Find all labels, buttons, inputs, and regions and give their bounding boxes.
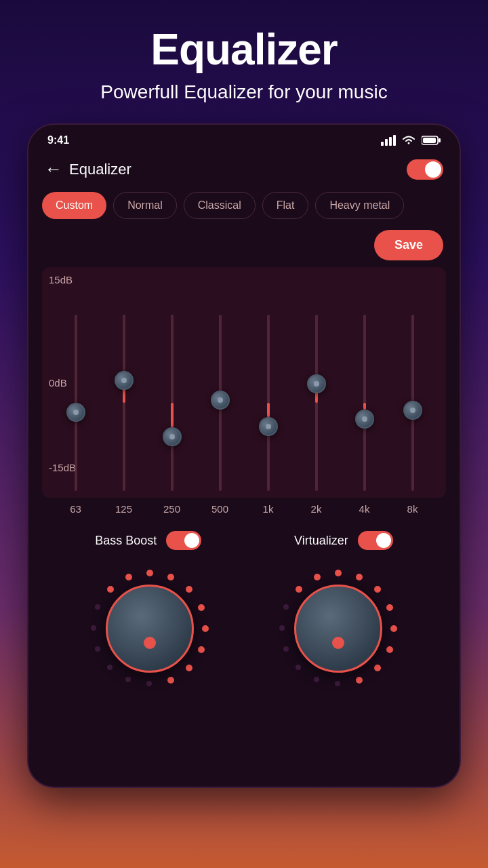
status-icons — [381, 135, 441, 146]
eq-area: 15dB 0dB -15dB 631252505001k2k4k8k — [28, 267, 460, 515]
dial-body — [294, 585, 382, 673]
svg-rect-1 — [385, 139, 388, 146]
dial-indicator — [144, 637, 156, 649]
preset-normal[interactable]: Normal — [113, 192, 177, 219]
virtualizer-toggle[interactable] — [358, 531, 393, 550]
eq-slider-250[interactable] — [171, 281, 174, 491]
freq-label-8k: 8k — [396, 503, 430, 515]
dial-dot-4 — [186, 586, 192, 593]
preset-heavy-metal[interactable]: Heavy metal — [315, 192, 404, 219]
bass-boost-feature: Bass Boost — [95, 531, 201, 550]
dial-dot-5 — [198, 604, 205, 611]
dial-dot-6 — [202, 625, 209, 632]
bass-boost-toggle[interactable] — [166, 531, 201, 550]
virtualizer-label: Virtualizer — [294, 534, 348, 548]
dial-dot-0 — [107, 586, 114, 593]
phone-frame: 9:41 ← Equalizer — [27, 123, 461, 788]
dial-dot-3 — [356, 574, 363, 580]
freq-label-250: 250 — [155, 503, 189, 515]
eq-slider-8k[interactable] — [411, 281, 414, 491]
dial-dot-8 — [374, 665, 381, 671]
dial-dot-12 — [296, 665, 301, 670]
dial-dot-14 — [279, 625, 285, 631]
dial-dot-15 — [283, 604, 289, 610]
svg-rect-3 — [393, 135, 396, 146]
back-button[interactable]: ← Equalizer — [45, 159, 131, 180]
save-row: Save — [28, 226, 460, 267]
eq-knob-500[interactable] — [211, 391, 230, 410]
dial-dot-2 — [146, 570, 153, 576]
dial-dot-13 — [95, 646, 100, 652]
status-bar: 9:41 — [28, 125, 460, 152]
dial-dot-7 — [198, 646, 205, 653]
dial-dot-6 — [390, 625, 397, 632]
eq-slider-2k[interactable] — [315, 281, 318, 491]
eq-slider-4k[interactable] — [363, 281, 366, 491]
dial-dot-3 — [167, 574, 174, 580]
dial-dot-2 — [335, 570, 342, 576]
hero-subtitle: Powerfull Equalizer for your music — [100, 81, 387, 103]
preset-flat[interactable]: Flat — [262, 192, 309, 219]
dial-dot-9 — [356, 677, 363, 684]
svg-rect-2 — [389, 137, 392, 146]
dial-dot-8 — [186, 665, 192, 671]
preset-classical[interactable]: Classical — [184, 192, 256, 219]
virtualizer-dial[interactable] — [277, 568, 399, 690]
db-label-minus15: -15dB — [49, 462, 76, 473]
back-arrow-icon: ← — [45, 159, 62, 180]
eq-knob-4k[interactable] — [355, 410, 374, 429]
dial-dot-10 — [335, 681, 340, 686]
dial-dot-11 — [314, 677, 319, 682]
time: 9:41 — [47, 134, 69, 146]
eq-knob-1k[interactable] — [259, 417, 278, 436]
eq-freq-labels: 631252505001k2k4k8k — [42, 498, 446, 515]
eq-knob-250[interactable] — [163, 427, 182, 446]
battery-icon — [422, 136, 441, 145]
svg-rect-6 — [423, 138, 436, 143]
dial-dot-5 — [386, 604, 393, 611]
dial-dot-0 — [296, 586, 302, 593]
freq-label-2k: 2k — [300, 503, 333, 515]
feature-row: Bass Boost Virtualizer — [28, 515, 460, 561]
eq-knob-2k[interactable] — [307, 374, 326, 393]
save-button[interactable]: Save — [374, 230, 443, 260]
dial-dot-7 — [386, 646, 393, 653]
top-bar: ← Equalizer — [28, 152, 460, 189]
eq-grid: 15dB 0dB -15dB — [42, 267, 446, 498]
virtualizer-feature: Virtualizer — [294, 531, 393, 550]
freq-label-1k: 1k — [251, 503, 285, 515]
dial-dot-1 — [125, 574, 132, 580]
preset-row: CustomNormalClassicalFlatHeavy metal — [28, 189, 460, 226]
eq-slider-63[interactable] — [75, 281, 77, 491]
eq-knob-63[interactable] — [66, 403, 85, 422]
bass-boost-dial[interactable] — [89, 568, 211, 690]
dial-dot-13 — [283, 646, 289, 652]
eq-slider-1k[interactable] — [267, 281, 270, 491]
freq-label-125: 125 — [107, 503, 141, 515]
dial-dot-14 — [91, 625, 96, 631]
freq-label-4k: 4k — [348, 503, 382, 515]
dial-dot-11 — [125, 677, 131, 682]
db-label-0: 0dB — [49, 377, 67, 389]
dial-body — [106, 585, 194, 673]
eq-slider-125[interactable] — [123, 281, 125, 491]
signal-icon — [381, 135, 396, 146]
freq-label-500: 500 — [203, 503, 237, 515]
dial-dot-9 — [167, 677, 174, 684]
svg-rect-0 — [381, 142, 384, 146]
hero-title: Equalizer — [150, 24, 338, 75]
bass-boost-label: Bass Boost — [95, 534, 157, 548]
eq-knob-125[interactable] — [115, 371, 134, 390]
db-label-15: 15dB — [49, 274, 73, 285]
eq-enable-toggle[interactable] — [407, 159, 443, 180]
screen-title: Equalizer — [69, 161, 131, 178]
preset-custom[interactable]: Custom — [42, 192, 106, 219]
dial-dot-12 — [107, 665, 113, 670]
dial-dot-1 — [314, 574, 321, 580]
knobs-row — [28, 561, 460, 696]
dial-dot-15 — [95, 604, 100, 610]
eq-slider-500[interactable] — [219, 281, 222, 491]
eq-knob-8k[interactable] — [403, 401, 422, 420]
freq-label-63: 63 — [59, 503, 93, 515]
wifi-icon — [401, 135, 416, 146]
